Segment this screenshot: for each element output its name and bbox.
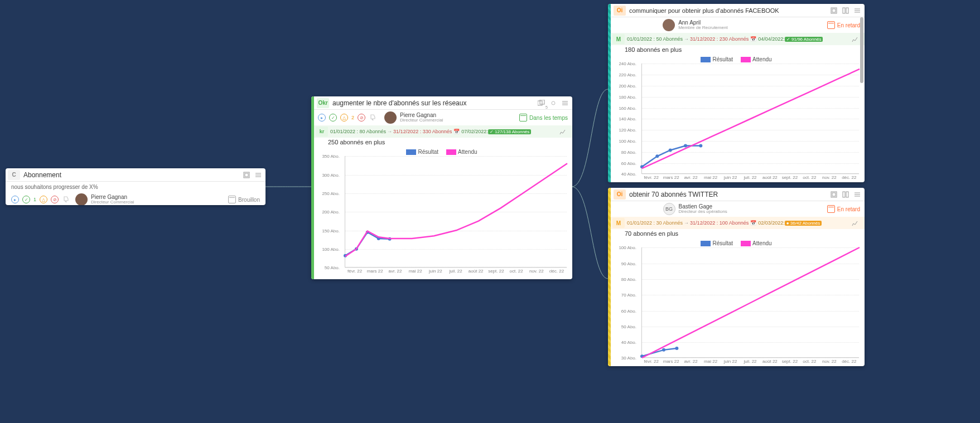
svg-point-35 <box>662 348 665 352</box>
draft-status: Brouillon <box>228 196 260 203</box>
edit-chart-icon[interactable] <box>558 127 568 137</box>
timing-status: En retard <box>827 21 860 29</box>
svg-rect-17 <box>843 8 845 13</box>
kr-tag: kr <box>316 127 328 137</box>
chart-legend: Résultat Attendu <box>608 55 865 64</box>
facebook-chart: 40 Abo.60 Abo.80 Abo.100 Abo.120 Abo.140… <box>608 64 865 182</box>
check-icon: ✓ <box>329 114 337 121</box>
menu-icon[interactable] <box>852 6 862 16</box>
play-icon: ▸ <box>11 196 19 203</box>
calendar-icon <box>519 114 527 121</box>
focus-icon[interactable] <box>242 170 252 180</box>
link-icon[interactable] <box>548 98 558 108</box>
svg-point-24 <box>669 149 672 152</box>
initiative-card-twitter[interactable]: Oi obtenir 70 abonnés TWITTER BG Bastien… <box>608 188 865 366</box>
card-description: nous souhaitons progresser de X% <box>6 182 265 191</box>
owner[interactable]: Pierre Gagnan Directeur Commercial <box>384 111 443 124</box>
svg-rect-18 <box>846 8 848 13</box>
check-icon: ✓ <box>22 196 30 203</box>
block-icon: ⊘ <box>51 196 59 203</box>
svg-point-36 <box>675 347 678 350</box>
edit-chart-icon[interactable] <box>850 34 860 44</box>
svg-point-23 <box>655 155 659 158</box>
progress-pill: ● 36/42 Abonnés <box>785 221 822 226</box>
card-type-tag: Okr <box>317 98 329 108</box>
chart-legend: Résultat Attendu <box>608 239 865 247</box>
kr-title: 250 abonnés en plus <box>311 138 572 148</box>
children-count-icon[interactable]: 5 <box>537 98 547 108</box>
owner-role: Directeur Commercial <box>400 118 443 123</box>
owner[interactable]: BG Bastien Gage Directeur des opérations <box>663 203 727 215</box>
status-icons: ▸ ✓ △2 ⊘ <box>318 114 376 121</box>
svg-rect-1 <box>245 173 248 177</box>
menu-icon[interactable] <box>852 189 862 200</box>
avatar <box>384 111 397 124</box>
avatar <box>663 19 675 31</box>
menu-icon[interactable] <box>560 98 570 108</box>
calendar-icon <box>827 205 835 213</box>
svg-rect-16 <box>832 9 836 12</box>
owner[interactable]: Ann April Membre de Recrutement <box>663 19 727 31</box>
focus-icon[interactable] <box>829 189 839 200</box>
avatar: BG <box>663 203 675 215</box>
thumbsdown-icon <box>62 196 70 203</box>
card-titlebar: Okr augmenter le nbre d'abonnés sur les … <box>311 96 572 110</box>
block-icon: ⊘ <box>358 114 365 121</box>
layout-icon[interactable] <box>841 189 851 200</box>
card-title: obtenir 70 abonnés TWITTER <box>629 191 829 198</box>
menu-icon[interactable] <box>253 170 263 180</box>
card-titlebar: Oi obtenir 70 abonnés TWITTER <box>608 188 865 201</box>
calendar-icon: 📅 <box>453 129 460 134</box>
card-type-tag: C <box>8 170 20 180</box>
svg-rect-30 <box>846 192 848 197</box>
progress-pill: ✓ 127/138 Abonnés <box>488 129 532 134</box>
m-subheader: M 01/01/2022 : 50 Abonnés → 31/12/2022 :… <box>608 33 865 45</box>
okr-chart: 50 Abo.100 Abo.150 Abo.200 Abo.250 Abo.3… <box>311 156 572 279</box>
m-tag: M <box>612 34 625 44</box>
warning-icon: △ <box>40 196 47 203</box>
owner-role: Directeur des opérations <box>679 210 727 215</box>
m-title: 70 abonnés en plus <box>608 229 865 239</box>
owner-role: Directeur Commercial <box>91 200 134 205</box>
okr-card[interactable]: Okr augmenter le nbre d'abonnés sur les … <box>311 96 572 279</box>
svg-point-26 <box>699 144 702 148</box>
calendar-icon <box>228 196 236 203</box>
card-titlebar: C Abonnement <box>6 168 265 182</box>
arrow-icon: → <box>387 129 392 134</box>
svg-point-25 <box>684 144 687 148</box>
kr-subheader: kr 01/01/2022 : 80 Abonnés → 31/12/2022 … <box>311 125 572 138</box>
warning-icon: △ <box>340 114 348 121</box>
layout-icon[interactable] <box>841 6 851 16</box>
arrow-icon: → <box>684 36 689 42</box>
m-subheader: M 01/01/2022 : 30 Abonnés → 31/12/2022 :… <box>608 217 865 229</box>
card-type-tag: Oi <box>614 6 626 16</box>
arrow-icon: → <box>684 220 689 226</box>
calendar-icon: 📅 <box>750 36 756 42</box>
owner-role: Membre de Recrutement <box>678 26 727 31</box>
timing-status: Dans les temps <box>519 114 568 121</box>
avatar <box>75 193 88 205</box>
play-icon: ▸ <box>318 114 326 121</box>
svg-rect-28 <box>832 193 836 196</box>
calendar-icon <box>827 21 835 29</box>
owner[interactable]: Pierre Gagnan Directeur Commercial <box>75 193 134 205</box>
initiative-card-facebook[interactable]: Oi communiquer pour obtenir plus d'abonn… <box>608 4 865 182</box>
timing-status: En retard <box>827 205 860 213</box>
m-tag: M <box>612 218 625 228</box>
scrollbar[interactable] <box>860 17 863 181</box>
chart-legend: Résultat Attendu <box>311 148 572 156</box>
focus-icon[interactable] <box>829 6 839 16</box>
edit-chart-icon[interactable] <box>850 218 860 228</box>
card-title: augmenter le nbre d'abonnés sur les rése… <box>332 99 537 107</box>
progress-pill: ✓ 91/96 Abonnés <box>785 37 823 42</box>
card-title: Abonnement <box>23 171 242 179</box>
calendar-icon: 📅 <box>750 220 756 226</box>
card-type-tag: Oi <box>614 189 626 200</box>
concept-card[interactable]: C Abonnement nous souhaitons progresser … <box>6 168 265 205</box>
card-title: communiquer pour obtenir plus d'abonnés … <box>629 7 829 14</box>
svg-rect-29 <box>843 192 845 197</box>
status-icons: ▸ ✓1 △ ⊘ <box>11 196 70 203</box>
m-title: 180 abonnés en plus <box>608 45 865 55</box>
card-titlebar: Oi communiquer pour obtenir plus d'abonn… <box>608 4 865 17</box>
twitter-chart: 30 Abo.40 Abo.50 Abo.60 Abo.70 Abo.80 Ab… <box>608 247 865 366</box>
